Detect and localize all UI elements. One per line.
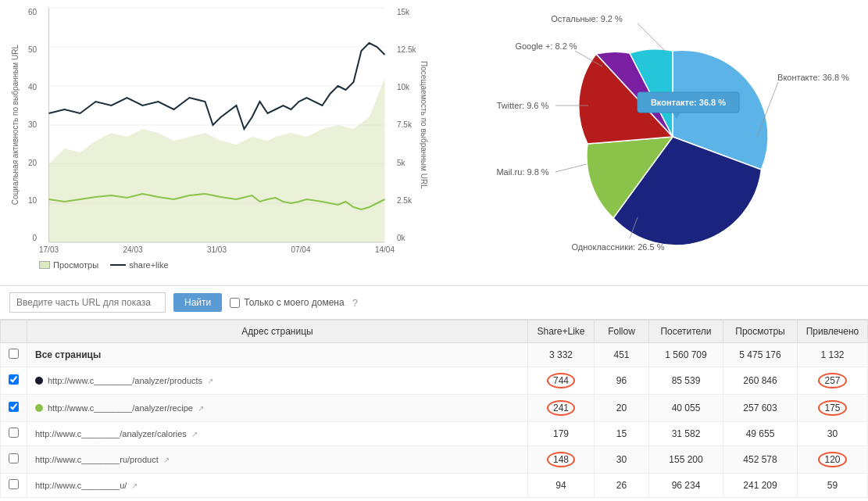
row3-addr: http://www.c________/analyzer/calories ↗ [27, 422, 528, 446]
main-container: Социальная активность по выбранным URL 6… [0, 0, 868, 498]
chart-legend: Просмотры share+like [8, 254, 430, 270]
col-header-checkbox [1, 320, 27, 343]
row1-attracted-value: 257 [818, 373, 846, 388]
row5-addr: http://www.c________u/ ↗ [27, 474, 528, 498]
legend-views-label: Просмотры [53, 260, 98, 270]
line-chart-svg-container [39, 8, 395, 242]
row2-attracted: 175 [798, 395, 868, 422]
row1-dot [35, 377, 43, 385]
row1-url-text: http://www.c________/analyzer/products [48, 376, 202, 385]
row4-attracted: 120 [798, 446, 868, 474]
line-chart-svg [39, 8, 395, 242]
pie-tooltip-text: Вконтакте: 36.8 % [651, 98, 726, 107]
left-y-ticks: 6050403020100 [22, 8, 39, 242]
row2-cb-cell [1, 395, 27, 422]
row5-ext-icon: ↗ [131, 481, 138, 490]
col-header-visitors: Посетители [649, 320, 723, 343]
table-row: http://www.c________u/ ↗ 94 26 96 234 24… [1, 474, 868, 498]
legend-share: share+like [110, 260, 168, 270]
all-attracted: 1 132 [798, 343, 868, 367]
help-icon[interactable]: ? [352, 297, 358, 309]
row4-attracted-value: 120 [818, 452, 846, 467]
table-body: Все страницы 3 332 451 1 560 709 5 475 1… [1, 343, 868, 498]
row1-attracted: 257 [798, 367, 868, 395]
row1-ext-icon: ↗ [207, 377, 213, 385]
row2-share-like-value: 241 [547, 400, 575, 416]
row4-views: 452 578 [723, 446, 798, 474]
row3-follow: 15 [595, 422, 649, 446]
row5-checkbox[interactable] [9, 479, 19, 489]
row2-follow: 20 [595, 395, 649, 422]
col-header-address: Адрес страницы [27, 320, 528, 343]
row5-views: 241 209 [723, 474, 798, 498]
row2-visitors: 40 055 [649, 395, 723, 422]
right-y-ticks: 15k12.5k10k7.5k5k2.5k0k [395, 8, 416, 242]
row1-views: 260 846 [723, 367, 798, 395]
row2-dot [35, 404, 43, 412]
all-views: 5 475 176 [723, 343, 798, 367]
row1-follow: 96 [595, 367, 649, 395]
row4-url-text: http://www.c________ru/product [35, 455, 159, 464]
row2-views: 257 603 [723, 395, 798, 422]
row1-addr: http://www.c________/analyzer/products ↗ [27, 367, 528, 395]
legend-share-label: share+like [129, 260, 168, 270]
table-row-all: Все страницы 3 332 451 1 560 709 5 475 1… [1, 343, 868, 367]
row5-url-text: http://www.c________u/ [35, 481, 127, 490]
left-y-axis-label: Социальная активность по выбранным URL [8, 45, 23, 205]
pie-label-others: Остальные: 9.2 % [551, 14, 623, 23]
row3-cb-cell [1, 422, 27, 446]
pie-label-mailru: Mail.ru: 9.8 % [496, 167, 548, 177]
row1-checkbox[interactable] [9, 374, 19, 385]
pie-label-vk: Вконтакте: 36.8 % [777, 73, 849, 82]
row1-visitors: 85 539 [649, 367, 723, 395]
row4-follow: 30 [595, 446, 649, 474]
row3-attracted: 30 [798, 422, 868, 446]
row4-checkbox[interactable] [9, 453, 19, 463]
col-header-views: Просмотры [723, 320, 798, 343]
row5-cb-cell [1, 474, 27, 498]
pie-label-odk: Одноклассники: 26.5 % [572, 242, 665, 252]
row5-attracted: 59 [798, 474, 868, 498]
pie-label-google: Google +: 8.2 % [515, 41, 577, 51]
row5-share-like: 94 [528, 474, 595, 498]
line-chart-area: Социальная активность по выбранным URL 6… [8, 8, 430, 277]
row4-visitors: 155 200 [649, 446, 723, 474]
domain-filter-label[interactable]: Только с моего домена [230, 297, 344, 308]
all-pages-cb [1, 343, 27, 367]
table-row: http://www.c________ru/product ↗ 148 30 … [1, 446, 868, 474]
row5-follow: 26 [595, 474, 649, 498]
row4-cb-cell [1, 446, 27, 474]
x-axis-labels: 17/03 24/03 31/03 07/04 14/04 [8, 242, 430, 254]
row1-share-like: 744 [528, 367, 595, 395]
find-button[interactable]: Найти [173, 293, 222, 312]
data-table: Адрес страницы Share+Like Follow Посетит… [0, 320, 868, 498]
url-filter-input[interactable] [9, 292, 166, 313]
top-section: Социальная активность по выбранным URL 6… [0, 0, 868, 286]
table-row: http://www.c________/analyzer/recipe ↗ 2… [1, 395, 868, 422]
table-row: http://www.c________/analyzer/calories ↗… [1, 422, 868, 446]
row4-share-like-value: 148 [547, 452, 575, 467]
x-tick-1: 17/03 [39, 245, 59, 254]
pie-chart-area: Вконтакте: 36.8 % Остальные: 9.2 % Googl… [430, 8, 860, 277]
filter-bar: Найти Только с моего домена ? [0, 286, 868, 320]
domain-filter-checkbox[interactable] [230, 298, 240, 308]
x-tick-5: 14/04 [375, 245, 395, 254]
row2-checkbox[interactable] [9, 402, 19, 412]
row2-ext-icon: ↗ [198, 404, 204, 413]
legend-views-box [39, 261, 50, 269]
pie-label-line-others [638, 23, 665, 51]
row2-share-like: 241 [528, 395, 595, 422]
row4-ext-icon: ↗ [163, 456, 170, 464]
row5-visitors: 96 234 [649, 474, 723, 498]
row1-cb-cell [1, 367, 27, 395]
pie-chart-svg: Вконтакте: 36.8 % Остальные: 9.2 % Googl… [430, 8, 860, 266]
all-pages-checkbox[interactable] [9, 349, 19, 359]
all-pages-label: Все страницы [27, 343, 528, 367]
row3-ext-icon: ↗ [191, 430, 198, 438]
all-visitors: 1 560 709 [649, 343, 723, 367]
row4-addr: http://www.c________ru/product ↗ [27, 446, 528, 474]
pie-label-twitter: Twitter: 9.6 % [497, 101, 549, 110]
row3-checkbox[interactable] [9, 428, 19, 438]
table-row: http://www.c________/analyzer/products ↗… [1, 367, 868, 395]
col-header-share-like: Share+Like [528, 320, 595, 343]
